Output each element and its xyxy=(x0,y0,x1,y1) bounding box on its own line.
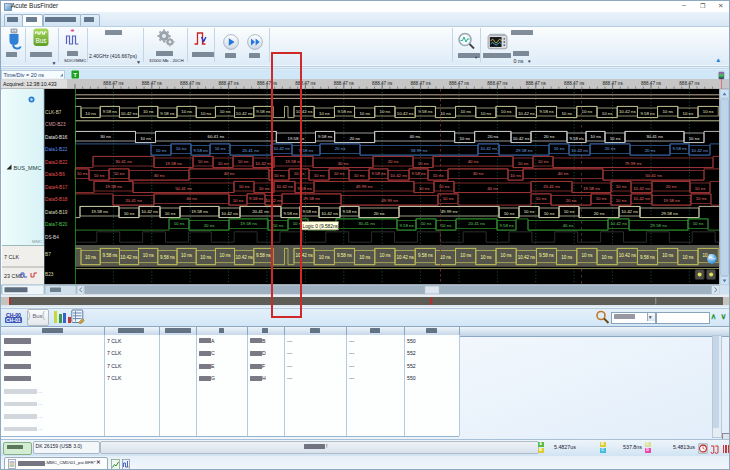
svg-text:29.58 ns: 29.58 ns xyxy=(303,196,320,201)
svg-text:10 ns: 10 ns xyxy=(554,146,565,151)
svg-text:10 ns: 10 ns xyxy=(176,146,187,151)
svg-text:30 ns: 30 ns xyxy=(473,171,484,176)
svg-text:7 CLK: 7 CLK xyxy=(4,254,19,260)
svg-text:10 ns: 10 ns xyxy=(220,109,231,114)
svg-text:10 ns: 10 ns xyxy=(536,196,547,201)
svg-text:79.99 ns: 79.99 ns xyxy=(625,161,642,166)
svg-text:10.42 ns: 10.42 ns xyxy=(621,209,638,214)
svg-text:10 ns: 10 ns xyxy=(602,255,614,260)
svg-text:50.41 ns: 50.41 ns xyxy=(175,186,192,191)
svg-text:10 ns: 10 ns xyxy=(433,173,444,178)
svg-text:10.42 ns: 10.42 ns xyxy=(120,255,138,260)
svg-text:Time/Div = 20 ns: Time/Div = 20 ns xyxy=(4,72,45,78)
svg-text:19.58 ns: 19.58 ns xyxy=(165,161,182,166)
svg-text:10 ns: 10 ns xyxy=(440,111,451,116)
svg-text:9.58 ns: 9.58 ns xyxy=(337,109,352,114)
svg-text:10 ns: 10 ns xyxy=(143,253,155,258)
svg-text:20 ns: 20 ns xyxy=(594,211,605,216)
svg-text:29.58 ns: 29.58 ns xyxy=(650,223,667,228)
svg-text:10 ns: 10 ns xyxy=(460,253,472,258)
svg-text:20 ns: 20 ns xyxy=(666,184,677,189)
svg-text:10 ns: 10 ns xyxy=(319,111,330,116)
svg-text:10 ns: 10 ns xyxy=(501,109,512,114)
svg-text:10.42 ns: 10.42 ns xyxy=(480,146,497,151)
svg-text:40 ns: 40 ns xyxy=(487,186,498,191)
svg-text:10 ns: 10 ns xyxy=(481,111,492,116)
svg-text:Logic 0 (9.582ns): Logic 0 (9.582ns) xyxy=(303,224,340,229)
svg-text:10 ns: 10 ns xyxy=(616,198,627,203)
svg-text:19.58 ns: 19.58 ns xyxy=(240,221,257,226)
svg-text:Data3-B6: Data3-B6 xyxy=(45,172,65,177)
svg-text:10 ns: 10 ns xyxy=(693,221,704,226)
svg-text:10 ns: 10 ns xyxy=(418,161,429,166)
svg-text:10.42 ns: 10.42 ns xyxy=(571,148,588,153)
svg-text:10 ns: 10 ns xyxy=(218,161,229,166)
svg-text:9.58 ns: 9.58 ns xyxy=(640,255,656,260)
svg-text:10 ns: 10 ns xyxy=(200,255,212,260)
svg-text:10 ns: 10 ns xyxy=(683,111,694,116)
svg-text:10.42 ns: 10.42 ns xyxy=(518,255,536,260)
svg-text:10 ns: 10 ns xyxy=(544,211,555,216)
svg-text:9.58 ns: 9.58 ns xyxy=(160,111,175,116)
svg-text:40 ns: 40 ns xyxy=(468,159,479,164)
svg-text:Data6-B19: Data6-B19 xyxy=(45,210,68,215)
svg-text:10 ns: 10 ns xyxy=(319,255,331,260)
svg-text:19.58 ns: 19.58 ns xyxy=(191,209,208,214)
svg-text:9.58 ns: 9.58 ns xyxy=(318,134,333,139)
svg-text:9.58 ns: 9.58 ns xyxy=(337,253,353,258)
svg-text:20 ns: 20 ns xyxy=(335,146,346,151)
svg-text:40 ns: 40 ns xyxy=(558,171,569,176)
svg-text:60.41 ns: 60.41 ns xyxy=(208,134,225,139)
svg-text:10 ns: 10 ns xyxy=(334,171,345,176)
svg-text:10 ns: 10 ns xyxy=(689,136,700,141)
svg-text:10 ns: 10 ns xyxy=(314,173,325,178)
svg-text:10 ns: 10 ns xyxy=(174,221,185,226)
svg-text:9.58 ns: 9.58 ns xyxy=(302,209,317,214)
svg-text:10 ns: 10 ns xyxy=(359,255,371,260)
svg-text:9.58 ns: 9.58 ns xyxy=(539,253,555,258)
svg-text:20 ns: 20 ns xyxy=(544,134,555,139)
svg-text:19.58 ns: 19.58 ns xyxy=(663,198,680,203)
svg-text:9.58 ns: 9.58 ns xyxy=(256,109,271,114)
svg-text:30 ns: 30 ns xyxy=(338,161,349,166)
svg-text:49.99 ns: 49.99 ns xyxy=(441,209,458,214)
svg-text:10 ns: 10 ns xyxy=(459,136,470,141)
svg-text:40 ns: 40 ns xyxy=(563,223,574,228)
svg-text:10 ns: 10 ns xyxy=(140,136,151,141)
svg-text:9.58 ns: 9.58 ns xyxy=(371,171,386,176)
svg-text:10.42 ns: 10.42 ns xyxy=(236,111,253,116)
svg-text:20.41 ns: 20.41 ns xyxy=(543,184,560,189)
svg-text:Data2-B22: Data2-B22 xyxy=(45,160,68,165)
svg-text:9.58 ns: 9.58 ns xyxy=(399,223,414,228)
svg-text:9.58 ns: 9.58 ns xyxy=(193,148,208,153)
svg-text:10 ns: 10 ns xyxy=(602,111,613,116)
svg-text:CMD-B23: CMD-B23 xyxy=(45,122,66,127)
svg-text:10 ns: 10 ns xyxy=(143,109,154,114)
svg-text:Data4-B17: Data4-B17 xyxy=(45,185,68,190)
svg-text:DS-B4: DS-B4 xyxy=(45,235,59,240)
svg-text:20 ns: 20 ns xyxy=(566,198,577,203)
svg-text:10 ns: 10 ns xyxy=(501,253,513,258)
svg-text:10 ns: 10 ns xyxy=(564,209,575,214)
svg-text:40 ns: 40 ns xyxy=(224,171,235,176)
svg-text:29.58 ns: 29.58 ns xyxy=(661,211,678,216)
svg-text:10 ns: 10 ns xyxy=(510,173,521,178)
svg-text:10 ns: 10 ns xyxy=(379,253,391,258)
svg-text:49.99 ns: 49.99 ns xyxy=(381,198,398,203)
svg-text:T: T xyxy=(73,71,77,78)
svg-text:10 ns: 10 ns xyxy=(443,196,454,201)
svg-text:10.42 ns: 10.42 ns xyxy=(619,109,636,114)
svg-text:10.42 ns: 10.42 ns xyxy=(141,209,158,214)
svg-text:9.58 ns: 9.58 ns xyxy=(342,209,357,214)
svg-text:9.58 ns: 9.58 ns xyxy=(411,171,426,176)
svg-text:20.41 ns: 20.41 ns xyxy=(468,221,485,226)
svg-text:20 ns: 20 ns xyxy=(374,211,385,216)
svg-text:9.58 ns: 9.58 ns xyxy=(103,109,118,114)
svg-text:19.58 ns: 19.58 ns xyxy=(105,184,122,189)
svg-text:30.41 ns: 30.41 ns xyxy=(358,221,375,226)
svg-text:10 ns: 10 ns xyxy=(682,255,694,260)
svg-text:Data1-B22: Data1-B22 xyxy=(45,147,68,152)
svg-text:10 ns: 10 ns xyxy=(440,255,452,260)
svg-text:9.58 ns: 9.58 ns xyxy=(672,146,687,151)
svg-text:10.42 ns: 10.42 ns xyxy=(396,255,414,260)
